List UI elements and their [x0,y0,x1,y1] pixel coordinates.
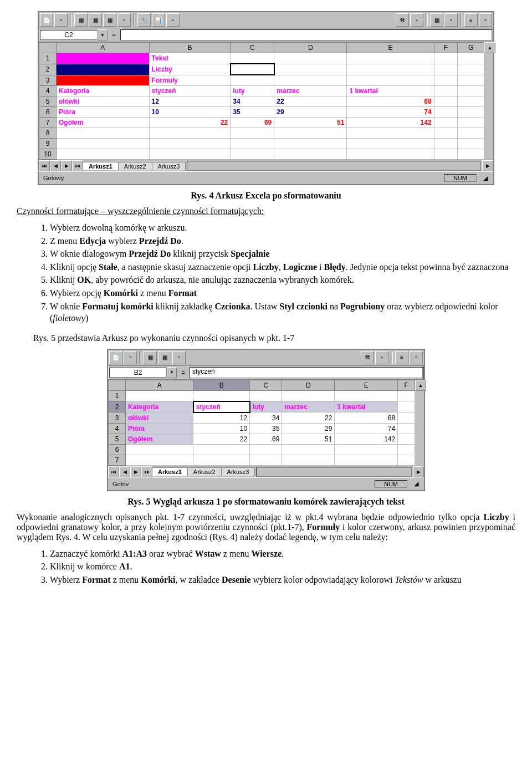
cell[interactable] [149,149,231,160]
cell[interactable]: Tekst [149,53,231,64]
name-box[interactable]: B2 [109,368,167,378]
cell[interactable]: 12 [149,96,231,107]
cell[interactable] [126,444,193,455]
cell[interactable] [434,107,458,118]
cell[interactable] [458,86,484,96]
col-header[interactable]: A [126,380,193,390]
cell[interactable]: 12 [193,413,250,424]
cell[interactable] [434,86,458,96]
cell[interactable]: 69 [250,434,282,444]
row-header[interactable]: 4 [109,423,126,434]
cell[interactable] [274,149,347,160]
cell[interactable]: Ogółem [126,434,193,444]
cell[interactable] [347,139,434,149]
sheet-tab-2[interactable]: Arkusz2 [118,162,152,170]
cell[interactable] [434,53,458,64]
sheet-tab-1[interactable]: Arkusz1 [152,467,188,476]
sheet-tab-1[interactable]: Arkusz1 [83,162,119,170]
row-header[interactable]: 2 [39,64,57,75]
align-icon[interactable]: ≡ [464,13,478,27]
cell[interactable]: Pióra [126,423,193,434]
cell[interactable] [250,390,282,401]
next-tab-icon[interactable]: ▶ [61,160,72,171]
cell[interactable] [458,139,484,149]
cell[interactable] [57,128,150,139]
first-tab-icon[interactable]: ⏮ [39,160,50,171]
scroll-up-icon[interactable]: ▲ [484,42,495,53]
toolbar-btn[interactable]: ▦ [158,351,171,364]
cell[interactable]: 68 [347,96,434,107]
cell[interactable] [458,75,484,86]
cell[interactable]: Kategoria [126,401,193,413]
scroll-right-icon[interactable]: ▶ [413,466,424,477]
cell[interactable]: marzec [282,401,335,413]
cell[interactable] [274,139,347,149]
cell[interactable] [434,75,458,86]
cell[interactable] [282,390,335,401]
pdf-icon[interactable]: 📄 [109,351,122,364]
cell[interactable] [434,118,458,128]
cell[interactable]: 34 [231,96,274,107]
cell[interactable]: 22 [274,96,347,107]
select-all-corner[interactable] [109,380,126,390]
row-header[interactable]: 3 [109,413,126,424]
cell[interactable]: styczeń [149,86,231,96]
resize-grip-icon[interactable]: ◢ [407,479,420,488]
cell[interactable] [274,75,347,86]
cell[interactable] [335,444,398,455]
horizontal-scrollbar[interactable] [187,161,481,171]
cell[interactable]: 74 [347,107,434,118]
row-header[interactable]: 1 [39,53,57,64]
active-cell[interactable] [231,64,274,75]
cell[interactable] [231,53,274,64]
cell[interactable]: Kategoria [57,86,150,96]
row-header[interactable]: 8 [39,128,57,139]
cell[interactable]: 1 kwartał [347,86,434,96]
cell[interactable] [282,455,335,465]
cell[interactable] [335,455,398,465]
cell[interactable]: 142 [335,434,398,444]
toolbar-btn[interactable]: ▦ [144,351,157,364]
cell[interactable] [398,455,415,465]
cell[interactable]: Pióra [57,107,150,118]
cell[interactable] [458,149,484,160]
vertical-scrollbar[interactable]: ▲ [484,42,493,160]
cell[interactable] [57,64,150,75]
cell[interactable] [193,444,250,455]
expand-icon[interactable]: » [117,13,131,27]
cell[interactable] [398,390,415,401]
namebox-dropdown-icon[interactable]: ▼ [98,29,108,40]
last-tab-icon[interactable]: ⏭ [141,466,152,477]
align-icon[interactable]: ≡ [395,351,408,364]
cell[interactable] [274,64,347,75]
expand-icon[interactable]: » [410,351,423,364]
cell[interactable] [347,75,434,86]
cell[interactable]: 74 [335,423,398,434]
cell[interactable] [274,53,347,64]
cell[interactable]: Formuły [149,75,231,86]
cell[interactable]: Liczby [149,64,231,75]
col-header[interactable]: D [282,380,335,390]
col-header[interactable]: G [458,43,484,53]
expand-icon[interactable]: » [166,13,180,27]
select-all-corner[interactable] [39,43,57,53]
cell[interactable] [274,128,347,139]
cell[interactable] [347,128,434,139]
cell[interactable] [231,128,274,139]
horizontal-scrollbar[interactable] [256,467,412,477]
prev-tab-icon[interactable]: ◀ [119,466,130,477]
cell[interactable] [231,139,274,149]
cell[interactable]: 29 [282,423,335,434]
cell[interactable] [193,455,250,465]
cell[interactable] [282,444,335,455]
col-header[interactable]: E [335,380,398,390]
cell[interactable]: marzec [274,86,347,96]
name-box[interactable]: C2 [40,30,98,40]
cell[interactable] [57,53,150,64]
row-header[interactable]: 6 [109,444,126,455]
formula-input[interactable] [120,29,492,40]
cell[interactable]: 35 [250,423,282,434]
first-tab-icon[interactable]: ⏮ [108,466,119,477]
cell[interactable] [398,434,415,444]
row-header[interactable]: 5 [39,96,57,107]
